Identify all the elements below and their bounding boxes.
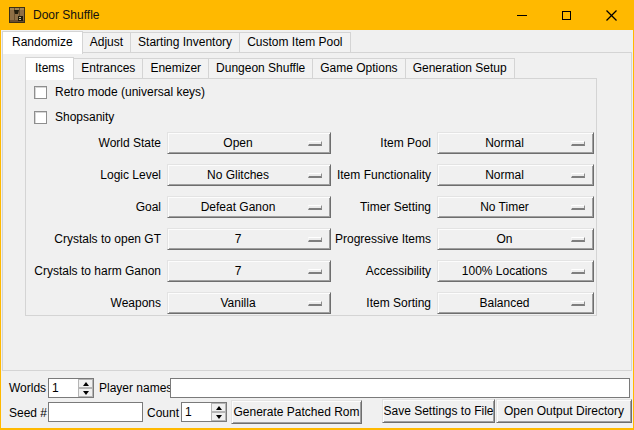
spinner-down-icon [83, 391, 89, 395]
player-names-label: Player names [99, 378, 172, 398]
worlds-spin-down[interactable] [78, 388, 93, 397]
weapons-value: Vanilla [168, 296, 308, 310]
dropdown-indicator-icon [308, 141, 322, 146]
goal-dropdown[interactable]: Defeat Ganon [167, 196, 331, 218]
worlds-spin-up[interactable] [78, 379, 93, 388]
app-window: Door Shuffle Randomize Adjust Starting [0, 0, 634, 430]
main-tab-bar: Randomize Adjust Starting Inventory Cust… [2, 31, 351, 54]
tab-dungeon-shuffle[interactable]: Dungeon Shuffle [208, 58, 313, 78]
close-icon [606, 10, 617, 21]
dropdown-indicator-icon [308, 269, 322, 274]
crystals-gt-label: Crystals to open GT [26, 228, 161, 250]
dropdown-indicator-icon [571, 205, 585, 210]
dropdown-indicator-icon [571, 141, 585, 146]
retro-mode-label: Retro mode (universal keys) [55, 85, 205, 99]
weapons-dropdown[interactable]: Vanilla [167, 292, 331, 314]
accessibility-label: Accessibility [326, 260, 431, 282]
count-input[interactable] [182, 403, 211, 421]
save-settings-button[interactable]: Save Settings to File [382, 399, 495, 423]
count-spinner[interactable] [181, 402, 227, 422]
worlds-label: Worlds [9, 378, 46, 398]
spinner-up-icon [83, 382, 89, 386]
dropdown-indicator-icon [308, 301, 322, 306]
sub-tab-bar: Items Entrances Enemizer Dungeon Shuffle… [25, 57, 515, 80]
count-label: Count [147, 403, 179, 423]
goal-label: Goal [26, 196, 161, 218]
tab-custom-item-pool[interactable]: Custom Item Pool [239, 32, 350, 52]
world-state-dropdown[interactable]: Open [167, 132, 331, 154]
tab-adjust[interactable]: Adjust [82, 32, 131, 52]
item-functionality-label: Item Functionality [326, 164, 431, 186]
retro-mode-option: Retro mode (universal keys) [34, 85, 205, 99]
shopsanity-checkbox[interactable] [34, 111, 47, 124]
progressive-items-dropdown[interactable]: On [437, 228, 594, 250]
dropdown-indicator-icon [308, 173, 322, 178]
crystals-ganon-value: 7 [168, 264, 308, 278]
tab-generation-setup[interactable]: Generation Setup [405, 58, 515, 78]
logic-level-dropdown[interactable]: No Glitches [167, 164, 331, 186]
progressive-items-value: On [438, 232, 571, 246]
tab-starting-inventory[interactable]: Starting Inventory [130, 32, 240, 52]
dropdown-indicator-icon [571, 173, 585, 178]
item-functionality-value: Normal [438, 168, 571, 182]
timer-setting-label: Timer Setting [326, 196, 431, 218]
close-button[interactable] [589, 0, 634, 30]
window-title: Door Shuffle [33, 8, 100, 22]
item-pool-value: Normal [438, 136, 571, 150]
timer-setting-value: No Timer [438, 200, 571, 214]
maximize-button[interactable] [544, 0, 589, 30]
maximize-icon [562, 11, 571, 20]
crystals-gt-dropdown[interactable]: 7 [167, 228, 331, 250]
worlds-spinner[interactable] [48, 378, 94, 398]
window-body: Randomize Adjust Starting Inventory Cust… [1, 30, 633, 428]
shopsanity-label: Shopsanity [55, 110, 114, 124]
player-names-input[interactable] [170, 378, 630, 398]
tab-enemizer[interactable]: Enemizer [142, 58, 209, 78]
minimize-button[interactable] [499, 0, 544, 30]
count-spin-up[interactable] [211, 403, 226, 412]
dropdown-indicator-icon [571, 269, 585, 274]
accessibility-dropdown[interactable]: 100% Locations [437, 260, 594, 282]
item-sorting-dropdown[interactable]: Balanced [437, 292, 594, 314]
generate-patched-rom-button[interactable]: Generate Patched Rom [231, 400, 362, 424]
spinner-down-icon [216, 415, 222, 419]
crystals-ganon-dropdown[interactable]: 7 [167, 260, 331, 282]
accessibility-value: 100% Locations [438, 264, 571, 278]
shopsanity-option: Shopsanity [34, 110, 114, 124]
item-sorting-value: Balanced [438, 296, 571, 310]
timer-setting-dropdown[interactable]: No Timer [437, 196, 594, 218]
dropdown-indicator-icon [308, 205, 322, 210]
spinner-up-icon [216, 406, 222, 410]
tab-items[interactable]: Items [25, 57, 74, 80]
minimize-icon [517, 15, 527, 16]
tab-game-options[interactable]: Game Options [312, 58, 405, 78]
item-sorting-label: Item Sorting [326, 292, 431, 314]
logic-level-label: Logic Level [26, 164, 161, 186]
goal-value: Defeat Ganon [168, 200, 308, 214]
item-functionality-dropdown[interactable]: Normal [437, 164, 594, 186]
dropdown-indicator-icon [308, 237, 322, 242]
world-state-value: Open [168, 136, 308, 150]
retro-mode-checkbox[interactable] [34, 86, 47, 99]
worlds-input[interactable] [49, 379, 78, 397]
count-spin-down[interactable] [211, 412, 226, 421]
seed-input[interactable] [48, 402, 143, 422]
seed-label: Seed # [9, 403, 47, 423]
logic-level-value: No Glitches [168, 168, 308, 182]
item-pool-dropdown[interactable]: Normal [437, 132, 594, 154]
world-state-label: World State [26, 132, 161, 154]
crystals-gt-value: 7 [168, 232, 308, 246]
weapons-label: Weapons [26, 292, 161, 314]
door-icon [9, 7, 25, 23]
tab-entrances[interactable]: Entrances [73, 58, 143, 78]
item-pool-label: Item Pool [326, 132, 431, 154]
progressive-items-label: Progressive Items [326, 228, 431, 250]
tab-randomize[interactable]: Randomize [2, 31, 83, 54]
open-output-directory-button[interactable]: Open Output Directory [496, 399, 632, 423]
title-bar[interactable]: Door Shuffle [0, 0, 634, 30]
dropdown-indicator-icon [571, 237, 585, 242]
dropdown-indicator-icon [571, 301, 585, 306]
crystals-ganon-label: Crystals to harm Ganon [26, 260, 161, 282]
